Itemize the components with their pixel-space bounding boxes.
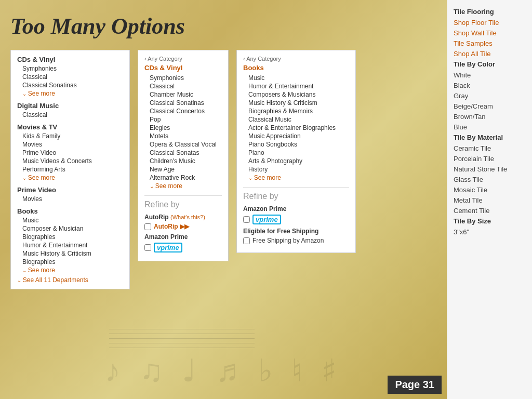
list-item[interactable]: Kids & Family xyxy=(17,132,123,140)
list-item[interactable]: Symphonies xyxy=(17,64,123,73)
refine-title-middle: Refine by xyxy=(144,200,222,209)
sidebar-item-ceramic[interactable]: Ceramic Tile xyxy=(454,144,526,152)
list-item[interactable]: Movies xyxy=(17,195,123,203)
list-item[interactable]: Actor & Entertainer Biographies xyxy=(243,124,349,132)
list-item[interactable]: Music Appreciation xyxy=(243,132,349,140)
prime-logo-right: vprime xyxy=(252,215,281,224)
free-shipping-checkbox[interactable] xyxy=(243,237,250,244)
see-more-movies[interactable]: See more xyxy=(17,174,123,182)
sidebar-item-porcelain[interactable]: Porcelain Tile xyxy=(454,155,526,163)
list-item[interactable]: Music History & Criticism xyxy=(17,249,123,258)
list-item[interactable]: History xyxy=(243,165,349,174)
see-all-departments[interactable]: See All 11 Departments xyxy=(17,276,123,284)
sidebar-item-gray[interactable]: Gray xyxy=(454,92,526,100)
list-item[interactable]: Prime Video xyxy=(17,149,123,157)
page-number-badge: Page 31 xyxy=(388,376,442,394)
sidebar-link-shop-wall-tile[interactable]: Shop Wall Tile xyxy=(454,29,526,37)
list-item[interactable]: Piano Songbooks xyxy=(243,140,349,149)
prime-checkbox-right[interactable] xyxy=(243,216,250,223)
list-item[interactable]: Music xyxy=(243,74,349,82)
sidebar-item-blue[interactable]: Blue xyxy=(454,123,526,131)
prime-checkbox-item-right[interactable]: vprime xyxy=(243,215,349,224)
list-item[interactable]: Arts & Photography xyxy=(243,157,349,165)
main-presentation-area: Too Many Options CDs & Vinyl Symphonies … xyxy=(0,0,447,399)
list-item[interactable]: Composers & Musicians xyxy=(243,90,349,99)
list-item[interactable]: Movies xyxy=(17,140,123,149)
right-sidebar: Tile Flooring Shop Floor Tile Shop Wall … xyxy=(447,0,532,399)
list-item[interactable]: Symphonies xyxy=(144,74,222,82)
list-item[interactable]: Children's Music xyxy=(144,157,222,165)
sidebar-section-tile-by-material: Tile By Material Ceramic Tile Porcelain … xyxy=(454,134,526,215)
panels-container: CDs & Vinyl Symphonies Classical Classic… xyxy=(10,50,436,289)
autorip-label: AutoRip (What's this?) xyxy=(144,214,222,221)
see-more-cds[interactable]: See more xyxy=(17,89,123,98)
list-item[interactable]: Music xyxy=(17,216,123,224)
list-item[interactable]: Classical Music xyxy=(243,115,349,124)
sidebar-item-brown[interactable]: Brown/Tan xyxy=(454,113,526,121)
sidebar-section-title-tile-flooring: Tile Flooring xyxy=(454,8,526,16)
prime-checkbox-middle[interactable] xyxy=(144,244,151,251)
autorip-checkbox[interactable] xyxy=(144,223,151,230)
category-digital-music: Digital Music xyxy=(17,102,123,110)
list-item[interactable]: Performing Arts xyxy=(17,165,123,174)
list-item[interactable]: Classical Sonatinas xyxy=(17,81,123,89)
sidebar-link-shop-all-tile[interactable]: Shop All Tile xyxy=(454,50,526,58)
autorip-logo-label: AutoRip ▶▶ xyxy=(154,223,189,230)
refine-title-right: Refine by xyxy=(243,192,349,201)
sidebar-item-mosaic[interactable]: Mosaic Tile xyxy=(454,186,526,194)
sidebar-section-title-size: Tile By Size xyxy=(454,217,526,225)
category-prime-video: Prime Video xyxy=(17,186,123,194)
sidebar-link-shop-floor-tile[interactable]: Shop Floor Tile xyxy=(454,19,526,26)
list-item[interactable]: Humor & Entertainment xyxy=(17,241,123,249)
category-cds-vinyl: CDs & Vinyl xyxy=(17,56,123,63)
list-item[interactable]: Music Videos & Concerts xyxy=(17,157,123,165)
sidebar-item-3x6[interactable]: 3"x6" xyxy=(454,228,526,236)
sidebar-item-natural-stone[interactable]: Natural Stone Tile xyxy=(454,165,526,173)
sidebar-item-beige[interactable]: Beige/Cream xyxy=(454,102,526,110)
list-item[interactable]: Music History & Criticism xyxy=(243,99,349,107)
sidebar-link-tile-samples[interactable]: Tile Samples xyxy=(454,39,526,47)
list-item[interactable]: Pop xyxy=(144,115,222,124)
breadcrumb-middle[interactable]: Any Category xyxy=(144,56,222,62)
sidebar-item-glass[interactable]: Glass Tile xyxy=(454,176,526,183)
list-item[interactable]: Composer & Musician xyxy=(17,224,123,233)
sidebar-item-cement[interactable]: Cement Tile xyxy=(454,207,526,215)
prime-logo-middle: vprime xyxy=(154,243,182,252)
amazon-prime-label-middle: Amazon Prime xyxy=(144,233,222,241)
sidebar-section-title-material: Tile By Material xyxy=(454,134,526,141)
sidebar-item-white[interactable]: White xyxy=(454,71,526,79)
list-item[interactable]: Classical Sonatinas xyxy=(144,99,222,107)
list-item[interactable]: Humor & Entertainment xyxy=(243,82,349,90)
list-item[interactable]: Piano xyxy=(243,149,349,157)
whats-this-link[interactable]: (What's this?) xyxy=(170,214,205,220)
current-category-middle: CDs & Vinyl xyxy=(144,64,222,72)
sidebar-item-metal[interactable]: Metal Tile xyxy=(454,196,526,204)
music-decoration xyxy=(109,321,255,383)
see-more-books[interactable]: See more xyxy=(17,266,123,274)
list-item[interactable]: Elegies xyxy=(144,124,222,132)
list-item[interactable]: Opera & Classical Vocal xyxy=(144,140,222,149)
list-item[interactable]: Classical Sonatas xyxy=(144,149,222,157)
sidebar-item-black[interactable]: Black xyxy=(454,82,526,89)
breadcrumb-right[interactable]: Any Category xyxy=(243,56,349,62)
list-item[interactable]: Biographies & Memoirs xyxy=(243,107,349,115)
list-item[interactable]: New Age xyxy=(144,165,222,174)
list-item[interactable]: Chamber Music xyxy=(144,90,222,99)
list-item[interactable]: Biographies xyxy=(17,258,123,266)
list-item[interactable]: Classical xyxy=(17,73,123,81)
refine-section-middle: Refine by AutoRip (What's this?) AutoRip… xyxy=(144,195,222,252)
free-shipping-checkbox-item[interactable]: Free Shipping by Amazon xyxy=(243,237,349,244)
amazon-prime-label-right: Amazon Prime xyxy=(243,205,349,212)
autorip-checkbox-item[interactable]: AutoRip ▶▶ xyxy=(144,223,222,230)
list-item[interactable]: Alternative Rock xyxy=(144,174,222,182)
current-category-right: Books xyxy=(243,64,349,72)
see-more-right[interactable]: See more xyxy=(243,174,349,182)
see-more-middle[interactable]: See more xyxy=(144,182,222,190)
list-item[interactable]: Classical xyxy=(144,82,222,90)
list-item[interactable]: Motets xyxy=(144,132,222,140)
list-item[interactable]: Classical Concertos xyxy=(144,107,222,115)
list-item[interactable]: Classical xyxy=(17,111,123,119)
free-shipping-label: Free Shipping by Amazon xyxy=(252,237,324,244)
prime-checkbox-item-middle[interactable]: vprime xyxy=(144,243,222,252)
list-item[interactable]: Biographies xyxy=(17,233,123,241)
